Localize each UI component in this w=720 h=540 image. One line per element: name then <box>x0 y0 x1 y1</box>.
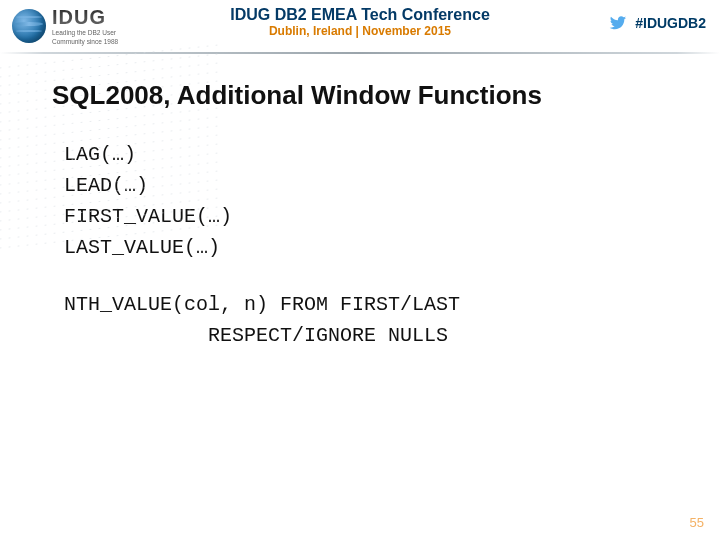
logo-text-block: IDUG Leading the DB2 User Community sinc… <box>52 7 118 45</box>
header-divider <box>0 52 720 54</box>
func-last-value: LAST_VALUE(…) <box>64 232 720 263</box>
slide-content: LAG(…) LEAD(…) FIRST_VALUE(…) LAST_VALUE… <box>64 139 720 351</box>
globe-icon <box>12 9 46 43</box>
header-center: IDUG DB2 EMEA Tech Conference Dublin, Ir… <box>230 6 490 38</box>
conference-location: Dublin, Ireland | November 2015 <box>230 24 490 38</box>
conference-title: IDUG DB2 EMEA Tech Conference <box>230 6 490 24</box>
func-lag: LAG(…) <box>64 139 720 170</box>
logo-name: IDUG <box>52 7 118 27</box>
hashtag-block: #IDUGDB2 <box>607 14 706 32</box>
hashtag-text: #IDUGDB2 <box>635 15 706 31</box>
slide-title: SQL2008, Additional Window Functions <box>52 80 720 111</box>
logo-tagline-1: Leading the DB2 User <box>52 29 118 36</box>
func-lead: LEAD(…) <box>64 170 720 201</box>
logo-block: IDUG Leading the DB2 User Community sinc… <box>12 7 118 45</box>
page-number: 55 <box>690 515 704 530</box>
twitter-icon <box>607 14 629 32</box>
slide-header: IDUG Leading the DB2 User Community sinc… <box>0 0 720 52</box>
nth-line1: NTH_VALUE(col, n) FROM FIRST/LAST <box>64 289 720 320</box>
func-first-value: FIRST_VALUE(…) <box>64 201 720 232</box>
logo-tagline-2: Community since 1988 <box>52 38 118 45</box>
nth-line2: RESPECT/IGNORE NULLS <box>64 320 720 351</box>
nth-value-block: NTH_VALUE(col, n) FROM FIRST/LAST RESPEC… <box>64 289 720 351</box>
